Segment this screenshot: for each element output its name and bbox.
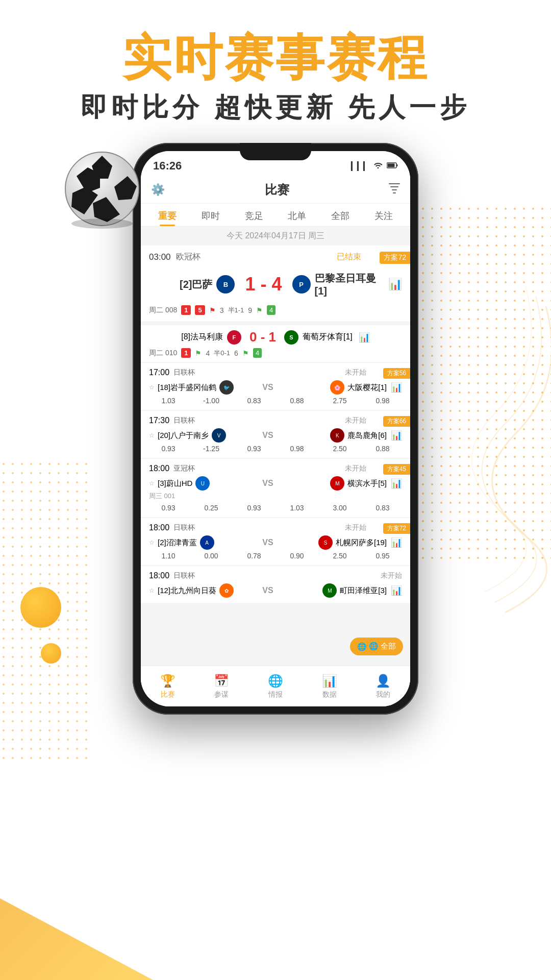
match-teams-2: [8]法马利康 F 0 - 1 S 葡萄牙体育[1] 📊 — [149, 329, 402, 345]
match-status-1: 已结束 — [337, 252, 361, 262]
corner-flag-2: ⚑ — [256, 306, 263, 314]
tab-follow[interactable]: 关注 — [362, 204, 405, 226]
match-card-featured[interactable]: 方案72 03:00 欧冠杯 已结束 [2]巴萨 B 1 - 4 P — [141, 246, 410, 321]
vs-4: VS — [256, 431, 279, 440]
match-meta-1: 03:00 欧冠杯 已结束 — [149, 252, 402, 262]
home-logo-5: U — [195, 476, 210, 491]
match-teams-3: ☆ [18]岩手盛冈仙鹤 🐦 VS 🌸 大阪樱花[1] 📊 — [149, 380, 402, 395]
odd-4-4: 0.98 — [278, 445, 316, 453]
match-meta-7: 18:00 日联杯 未开始 — [149, 571, 402, 580]
odd-3-2: -1.00 — [192, 397, 231, 405]
tab-all[interactable]: 全部 — [319, 204, 362, 226]
stats-icon-7[interactable]: 📊 — [391, 585, 402, 596]
match-time-5: 18:00 — [149, 464, 169, 473]
nav-canmou-label: 参谋 — [214, 690, 229, 699]
nav-intelligence[interactable]: 🌐 情报 — [248, 674, 303, 699]
away-team-2: 葡萄牙体育[1] — [303, 332, 353, 342]
match-row-7[interactable]: 18:00 日联杯 未开始 ☆ [12]北九州向日葵 ✿ VS M — [141, 566, 410, 603]
vs-3: VS — [256, 383, 279, 392]
filter-icon[interactable] — [389, 183, 400, 197]
half-score-2: 半0-1 — [214, 349, 230, 358]
tab-jingzu[interactable]: 竞足 — [232, 204, 276, 226]
stats-icon-1[interactable]: 📊 — [388, 278, 402, 291]
vs-5: VS — [256, 479, 279, 488]
nav-match[interactable]: 🏆 比赛 — [141, 674, 195, 699]
odd-6-1: 1.10 — [149, 552, 188, 560]
odd-6-2: 0.00 — [192, 552, 231, 560]
star-4[interactable]: ☆ — [149, 432, 155, 439]
match-row-4[interactable]: 方案66 17:30 日联杯 未开始 ☆ [20]八户于南乡 V VS — [141, 411, 410, 458]
star-3[interactable]: ☆ — [149, 384, 155, 391]
phone-mockup: 16:26 ▎▎▎ ⚙️ 比赛 — [133, 143, 418, 715]
match-row-3[interactable]: 方案56 17:00 日联杯 未开始 ☆ [18]岩手盛冈仙鹤 🐦 VS — [141, 363, 410, 410]
odd-5-6: 0.83 — [363, 504, 402, 512]
match-time-3: 17:00 — [149, 368, 169, 377]
match-status-3: 未开始 — [345, 368, 366, 377]
stats-icon-3[interactable]: 📊 — [391, 382, 402, 393]
stats-icon-6[interactable]: 📊 — [391, 537, 402, 548]
plan-badge-3: 方案56 — [383, 368, 410, 379]
away-logo-3: 🌸 — [330, 380, 344, 395]
star-7[interactable]: ☆ — [149, 587, 155, 594]
away-logo-2: S — [284, 330, 298, 345]
corner-val-2: 9 — [248, 306, 252, 314]
stats-icon-2[interactable]: 📊 — [359, 332, 370, 343]
phone-notch — [240, 143, 311, 160]
match-row-6[interactable]: 方案72 18:00 日联杯 未开始 ☆ [2]沼津青蓝 A VS — [141, 518, 410, 565]
svg-point-8 — [71, 218, 133, 229]
away-logo-5: M — [330, 476, 344, 491]
corner-flag-3: ⚑ — [195, 349, 202, 357]
nav-data[interactable]: 📊 数据 — [303, 674, 357, 699]
stats-icon-4[interactable]: 📊 — [391, 430, 402, 441]
bg-circle-large — [20, 587, 61, 628]
odd-6-3: 0.78 — [235, 552, 273, 560]
odd-6-5: 2.50 — [320, 552, 359, 560]
home-team-4: [20]八户于南乡 — [158, 431, 209, 440]
date-header: 今天 2024年04月17日 周三 — [141, 227, 410, 246]
corner-flag-4: ⚑ — [242, 349, 249, 357]
match-extra-1: 周二 008 1 5 ⚑ 3 半1-1 9 ⚑ 4 — [149, 302, 402, 315]
round-5: 周三 001 — [149, 491, 402, 502]
nav-data-icon: 📊 — [322, 674, 337, 688]
float-all-icon: 🌐 — [357, 642, 367, 651]
nav-canmou[interactable]: 📅 参谋 — [195, 674, 249, 699]
tab-important[interactable]: 重要 — [146, 204, 189, 226]
app-header: ⚙️ 比赛 — [141, 177, 410, 204]
match-status-4: 未开始 — [345, 416, 366, 425]
float-all-button[interactable]: 🌐 🌐 全部 — [350, 638, 403, 655]
tab-beidan[interactable]: 北单 — [276, 204, 319, 226]
odd-5-3: 0.93 — [235, 504, 273, 512]
away-logo-6: S — [318, 535, 333, 550]
match-status-6: 未开始 — [345, 523, 366, 532]
score-2: 0 - 1 — [245, 329, 280, 345]
svg-rect-11 — [397, 164, 398, 166]
nav-mine[interactable]: 👤 我的 — [356, 674, 410, 699]
away-team-4: 鹿岛鹿角[6] — [347, 431, 387, 440]
stats-icon-5[interactable]: 📊 — [391, 478, 402, 489]
odd-6-6: 0.95 — [363, 552, 402, 560]
match-row-5[interactable]: 方案45 18:00 亚冠杯 未开始 ☆ [3]蔚山HD U VS — [141, 459, 410, 517]
main-title: 实时赛事赛程 — [0, 31, 551, 85]
round-1: 周二 008 — [149, 306, 177, 315]
star-6[interactable]: ☆ — [149, 539, 155, 546]
away-team-6: 札幌冈萨多[19] — [336, 538, 387, 548]
match-status-7: 未开始 — [381, 571, 402, 580]
match-row-2[interactable]: [8]法马利康 F 0 - 1 S 葡萄牙体育[1] 📊 周二 010 1 ⚑ … — [141, 325, 410, 362]
bg-circle-small — [41, 643, 61, 664]
home-team-6: [2]沼津青蓝 — [158, 538, 197, 548]
star-5[interactable]: ☆ — [149, 480, 155, 487]
soccer-ball — [61, 148, 143, 230]
odds-row-6: 1.10 0.00 0.78 0.90 2.50 0.95 — [149, 550, 402, 560]
away-team-3: 大阪樱花[1] — [347, 383, 387, 393]
status-icons: ▎▎▎ — [351, 161, 398, 171]
home-team-3: [18]岩手盛冈仙鹤 — [158, 383, 216, 393]
home-logo-2: F — [227, 330, 241, 345]
settings-icon[interactable]: ⚙️ — [151, 183, 165, 197]
plan-badge-4: 方案66 — [383, 416, 410, 427]
tab-live[interactable]: 即时 — [189, 204, 233, 226]
home-team-2: [8]法马利康 — [181, 332, 223, 342]
odd-3-3: 0.83 — [235, 397, 273, 405]
odds-row-5: 0.93 0.25 0.93 1.03 3.00 0.83 — [149, 502, 402, 512]
wifi-icon — [373, 161, 383, 170]
plan-badge-1: 方案72 — [380, 252, 410, 264]
